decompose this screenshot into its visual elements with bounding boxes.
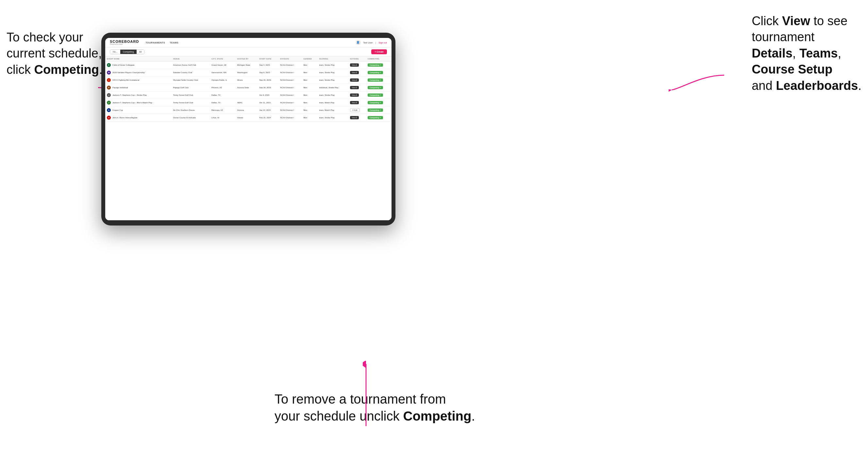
table-container: EVENT NAME VENUE CITY, STATE HOSTED BY S… xyxy=(105,57,392,220)
competing-cell: Competing ✓ xyxy=(366,99,392,106)
annotation-right-leaderboards-bold: Leaderboards xyxy=(776,79,858,92)
date-cell: Oct 9, 2023 xyxy=(257,92,278,99)
tab-home[interactable]: Ho... xyxy=(110,50,120,54)
hosted-cell: Washington xyxy=(236,69,258,76)
gender-cell: Men xyxy=(302,69,318,76)
division-cell: NCAA Division I xyxy=(278,84,302,92)
venue-cell: Olympia Fields Country Club xyxy=(171,76,210,84)
competing-button[interactable]: Competing ✓ xyxy=(368,116,383,119)
competing-cell: Competing ✓ xyxy=(366,61,392,69)
date-cell: Sep 4, 2023 xyxy=(257,61,278,69)
user-icon: 👤 xyxy=(356,40,361,45)
date-cell: Oct 11, 2023 xyxy=(257,99,278,106)
view-button[interactable]: View ℹ xyxy=(350,101,359,104)
col-start-date: START DATE xyxy=(257,57,278,61)
venue-cell: Trinity Forest Golf Club xyxy=(171,99,210,106)
gender-cell: Men xyxy=(302,61,318,69)
gender-cell: Men xyxy=(302,99,318,106)
hosted-cell: Illinois xyxy=(236,76,258,84)
col-event-name: EVENT NAME xyxy=(105,57,171,61)
competing-cell: Competing ✓ xyxy=(366,92,392,99)
team-icon: J xyxy=(107,93,111,97)
hosted-cell: Hawaii xyxy=(236,114,258,122)
venue-cell: Papago Golf Club xyxy=(171,84,210,92)
hosted-cell: Arizona State xyxy=(236,84,258,92)
city-cell: Dallas, TX xyxy=(210,92,236,99)
app-header: SCOREBOARD Powered by clippi TOURNAMENTS… xyxy=(105,38,392,48)
competing-button[interactable]: Competing ✓ xyxy=(368,86,383,89)
event-name: Papago Individual xyxy=(113,87,128,89)
city-cell: Phoenix, AZ xyxy=(210,84,236,92)
actions-cell: ✏ Edit xyxy=(348,106,366,114)
scoring-cell: team, Stroke Play xyxy=(318,61,348,69)
view-button[interactable]: View ℹ xyxy=(350,79,359,82)
col-actions: ACTIONS xyxy=(348,57,366,61)
team-icon: W xyxy=(107,71,111,74)
table-row: J Jackson T. Stephens Cup – Stroke Play … xyxy=(105,92,392,99)
annotation-right-line4-suffix: , xyxy=(838,46,841,60)
hosted-cell: Michigan State xyxy=(236,61,258,69)
edit-button[interactable]: ✏ Edit xyxy=(350,108,360,112)
annotation-right-view-bold: View xyxy=(782,14,810,28)
scoring-cell: team, Stroke Play xyxy=(318,76,348,84)
competing-button[interactable]: Competing ✓ xyxy=(368,93,383,97)
col-scoring: SCORING xyxy=(318,57,348,61)
competing-cell: Competing ✓ xyxy=(366,76,392,84)
date-cell: Sep 9, 2023 xyxy=(257,69,278,76)
table-row: I OFCC Fighting Illini Invitational Olym… xyxy=(105,76,392,84)
annotation-left-line1: To check your xyxy=(6,30,83,44)
create-button[interactable]: + Create xyxy=(371,49,387,54)
venue-cell: Sahalee Country Club xyxy=(171,69,210,76)
venue-cell: Ocean Course At Hokuala xyxy=(171,114,210,122)
view-button[interactable]: View ℹ xyxy=(350,86,359,89)
division-cell: NCAA Division I xyxy=(278,106,302,114)
sign-out-link[interactable]: Sign out xyxy=(378,41,387,44)
tablet-screen: SCOREBOARD Powered by clippi TOURNAMENTS… xyxy=(105,38,392,220)
team-icon: H xyxy=(107,116,111,120)
tab-competing[interactable]: Competing xyxy=(120,50,136,54)
tournaments-table: EVENT NAME VENUE CITY, STATE HOSTED BY S… xyxy=(105,57,392,122)
view-button[interactable]: View ℹ xyxy=(350,71,359,74)
tab-all[interactable]: All xyxy=(136,50,145,54)
annotation-left: To check your current schedule, click Co… xyxy=(6,29,102,78)
col-competing: COMPETING xyxy=(366,57,392,61)
date-cell: Jan 14, 2024 xyxy=(257,106,278,114)
gender-cell: Men xyxy=(302,92,318,99)
competing-button[interactable]: Competing ✓ xyxy=(368,79,383,82)
header-right: 👤 Test User | Sign out xyxy=(356,40,387,45)
competing-cell: Competing ✓ xyxy=(366,106,392,114)
date-cell: Feb 15, 2024 xyxy=(257,114,278,122)
nav-tournaments[interactable]: TOURNAMENTS xyxy=(146,41,165,44)
city-cell: Olympia Fields, IL xyxy=(210,76,236,84)
hosted-cell xyxy=(236,92,258,99)
annotation-bottom-line2-suffix: . xyxy=(471,409,475,423)
competing-button[interactable]: Competing ✓ xyxy=(368,71,383,74)
table-row: H John A. Burns Intercollegiate Ocean Co… xyxy=(105,114,392,122)
competing-button[interactable]: Competing ✓ xyxy=(368,63,383,67)
annotation-right-line6-suffix: . xyxy=(858,79,862,92)
date-cell: Sep 18, 2023 xyxy=(257,84,278,92)
competing-button[interactable]: Competing ✓ xyxy=(368,108,383,112)
view-button[interactable]: View ℹ xyxy=(350,93,359,97)
event-name: 2023 Sahalee Players Championship xyxy=(113,71,145,73)
nav-teams[interactable]: TEAMS xyxy=(169,41,179,44)
actions-cell: View ℹ xyxy=(348,99,366,106)
annotation-right-coursesetup-bold: Course Setup xyxy=(752,62,832,76)
annotation-right-line6-prefix: and xyxy=(752,79,776,92)
actions-cell: View ℹ xyxy=(348,69,366,76)
scoreboard-logo: SCOREBOARD Powered by clippi xyxy=(110,40,139,45)
competing-button[interactable]: Competing ✓ xyxy=(368,101,383,104)
table-row: F Folds of Honor Collegiate American Dun… xyxy=(105,61,392,69)
team-icon: J xyxy=(107,101,111,104)
annotation-left-line3-bold: Competing xyxy=(34,63,99,76)
date-cell: Sep 15, 2023 xyxy=(257,76,278,84)
view-button[interactable]: View ℹ xyxy=(350,116,359,119)
toolbar: Ho... Competing All + Create xyxy=(105,48,392,57)
view-button[interactable]: View ℹ xyxy=(350,63,359,67)
competing-cell: Competing ✓ xyxy=(366,84,392,92)
annotation-right: Click View to see tournament Details, Te… xyxy=(752,13,862,94)
scoring-cell: individual, Stroke Play xyxy=(318,84,348,92)
col-city-state: CITY, STATE xyxy=(210,57,236,61)
scoring-cell: team, Stroke Play xyxy=(318,69,348,76)
city-cell: Maricopa, AZ xyxy=(210,106,236,114)
